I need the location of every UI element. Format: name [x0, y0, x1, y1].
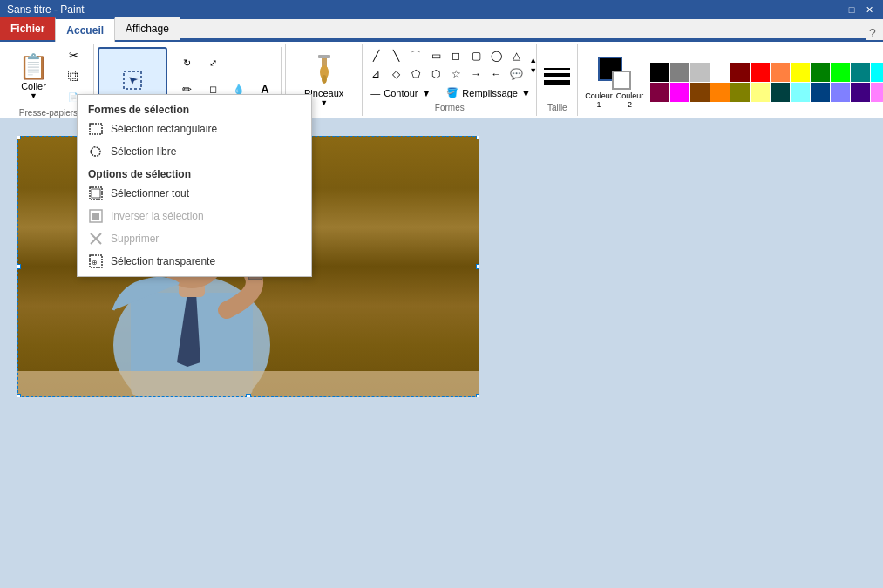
colors-section: Couleur1 Couleur2 Modifier lescouleurs C…: [578, 44, 883, 116]
color-cell[interactable]: [831, 83, 850, 102]
couleur2-label: Couleur2: [616, 91, 644, 109]
shape-ellipse[interactable]: ◯: [486, 47, 506, 64]
tab-fichier[interactable]: Fichier: [0, 17, 55, 40]
title-bar: Sans titre - Paint − □ ✕: [0, 0, 883, 19]
menu-item-delete: Supprimer: [78, 227, 311, 250]
shape-rect[interactable]: ◻: [446, 47, 465, 64]
paste-icon: 📋: [18, 52, 49, 81]
tab-accueil[interactable]: Accueil: [55, 17, 115, 42]
close-button[interactable]: ✕: [862, 3, 876, 17]
color-cell[interactable]: [650, 83, 669, 102]
size-line-thick: [544, 73, 570, 77]
shape-hexagon[interactable]: ⬡: [426, 65, 445, 83]
color-cell[interactable]: [730, 63, 750, 82]
shapes-grid: ╱ ╲ ⌒ ▭ ◻ ▢ ◯ △ ⊿ ◇ ⬠ ⬡ ☆ → ← 💬: [366, 47, 526, 83]
menu-item-select-all[interactable]: Sélectionner tout: [78, 182, 311, 205]
brush-icon: [311, 53, 337, 88]
tab-affichage[interactable]: Affichage: [115, 17, 180, 40]
copy-button[interactable]: ⿻: [60, 66, 86, 85]
shapes-scroll: ▲ ▼: [529, 47, 537, 83]
color-swatches: Couleur1 Couleur2: [585, 57, 643, 109]
transform-button[interactable]: ⤢: [200, 51, 225, 75]
shape-rt-tri[interactable]: ⊿: [366, 65, 385, 83]
help-icon[interactable]: ?: [866, 26, 880, 40]
color-cell[interactable]: [811, 63, 830, 82]
image-tools-row1: ↻ ⤢: [174, 51, 277, 75]
color-cell[interactable]: [851, 63, 870, 82]
color-cell[interactable]: [851, 83, 870, 102]
window-controls: − □ ✕: [827, 3, 876, 17]
svg-point-4: [322, 75, 327, 84]
menu-item-transparent-selection[interactable]: ⊕ Sélection transparente: [78, 250, 311, 273]
size-line-medium: [544, 68, 570, 70]
delete-label: Supprimer: [111, 233, 159, 245]
color-cell[interactable]: [690, 83, 710, 102]
shape-arrow-r[interactable]: →: [466, 65, 486, 83]
shape-triangle[interactable]: △: [506, 47, 526, 64]
shape-arrow-l[interactable]: ←: [486, 65, 506, 83]
presse-papiers-label: Presse-papiers: [19, 108, 78, 118]
color-cell[interactable]: [751, 63, 770, 82]
color-cell[interactable]: [650, 63, 669, 82]
formes-selection-header: Formes de sélection: [78, 98, 311, 118]
color-cell[interactable]: [811, 83, 830, 102]
contour-remplissage: — Contour ▼ 🪣 Remplissage ▼: [366, 84, 533, 101]
svg-rect-16: [17, 371, 479, 397]
cut-button[interactable]: ✂: [60, 45, 86, 64]
color-cell[interactable]: [710, 83, 730, 102]
svg-rect-1: [318, 55, 330, 58]
color-cell[interactable]: [690, 63, 710, 82]
color-cell[interactable]: [871, 63, 883, 82]
shapes-scroll-down[interactable]: ▼: [529, 66, 537, 75]
shape-diamond[interactable]: ◇: [386, 65, 405, 83]
shape-wave[interactable]: ⌒: [406, 47, 425, 64]
rect-selection-label: Sélection rectangulaire: [111, 123, 217, 135]
color-cell[interactable]: [710, 63, 730, 82]
color-cell[interactable]: [771, 63, 790, 82]
menu-item-invert-selection: Inverser la sélection: [78, 205, 311, 227]
shape-line2[interactable]: ╲: [386, 47, 405, 64]
color-cell[interactable]: [831, 63, 850, 82]
transparent-selection-icon: ⊕: [88, 253, 104, 269]
title-text: Sans titre - Paint: [7, 3, 85, 16]
pinceaux-dropdown: ▼: [320, 98, 328, 107]
color2-swatch[interactable]: [612, 71, 631, 90]
color-cell[interactable]: [871, 83, 883, 102]
shape-pentagon[interactable]: ⬠: [406, 65, 425, 83]
remplissage-button[interactable]: 🪣 Remplissage ▼: [442, 84, 534, 101]
shape-rect-outline[interactable]: ▭: [426, 47, 445, 64]
color-cell[interactable]: [670, 63, 689, 82]
delete-icon: [88, 231, 104, 247]
couleur1-label: Couleur1: [585, 91, 613, 109]
color-cell[interactable]: [791, 63, 810, 82]
free-selection-icon: [88, 144, 104, 159]
clipboard-tools: 📋 Coller ▼ ✂ ⿻ 📄: [10, 45, 86, 106]
color-cell[interactable]: [771, 83, 790, 102]
shapes-scroll-up[interactable]: ▲: [529, 56, 537, 64]
shape-callout[interactable]: 💬: [506, 65, 526, 83]
contour-icon: —: [370, 88, 380, 98]
invert-selection-label: Inverser la sélection: [111, 210, 204, 222]
paste-dropdown-arrow: ▼: [30, 91, 37, 100]
paste-button[interactable]: 📋 Coller ▼: [10, 45, 57, 106]
minimize-button[interactable]: −: [827, 3, 841, 17]
color-palette: [650, 63, 883, 102]
color-palette-container: [650, 63, 883, 102]
menu-item-rect-selection[interactable]: Sélection rectangulaire: [78, 118, 311, 140]
shape-rounded[interactable]: ▢: [466, 47, 486, 64]
svg-text:⊕: ⊕: [92, 259, 98, 267]
shape-line1[interactable]: ╱: [366, 47, 385, 64]
menu-item-free-selection[interactable]: Sélection libre: [78, 140, 311, 163]
rotate-button[interactable]: ↻: [174, 51, 199, 75]
formes-label: Formes: [366, 103, 533, 112]
color-cell[interactable]: [791, 83, 810, 102]
color-cell[interactable]: [730, 83, 750, 102]
contour-button[interactable]: — Contour ▼: [366, 84, 435, 101]
svg-rect-21: [92, 213, 99, 220]
maximize-button[interactable]: □: [845, 3, 859, 17]
options-selection-header: Options de sélection: [78, 163, 311, 182]
select-all-label: Sélectionner tout: [111, 187, 189, 199]
color-cell[interactable]: [670, 83, 689, 102]
shape-star[interactable]: ☆: [446, 65, 465, 83]
color-cell[interactable]: [751, 83, 770, 102]
